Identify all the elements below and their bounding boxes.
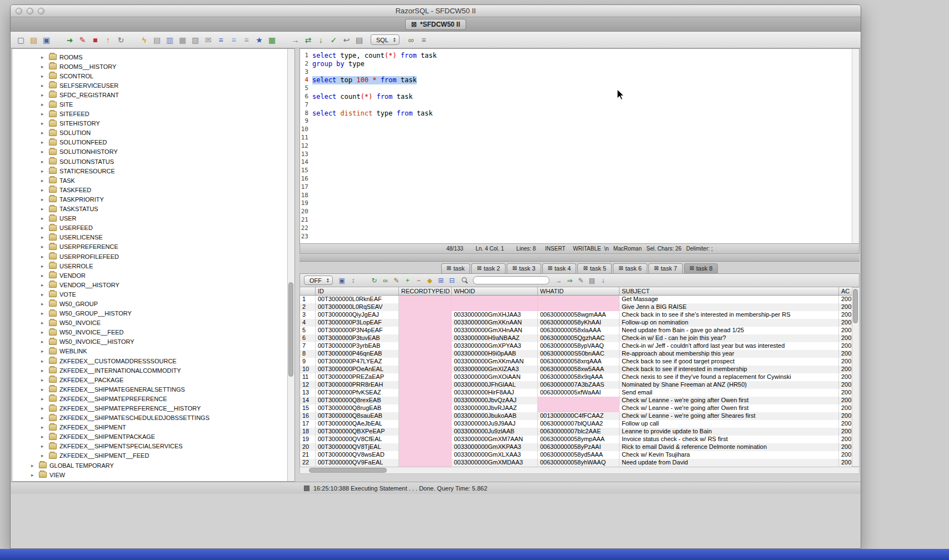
tree-item[interactable]: ▸SFDC_REGISTRANT	[12, 90, 287, 99]
table-cell[interactable]: 0033000000H9i0pAAB	[452, 350, 538, 358]
table-cell[interactable]	[399, 327, 452, 334]
tree-item[interactable]: ▸USERPROFILEFEED	[12, 252, 287, 261]
table-cell[interactable]: Get Massage	[620, 296, 839, 303]
table-cell[interactable]: 006300000058xrqAAA	[538, 358, 620, 366]
table-cell[interactable]: 0033000000GmXM7AAN	[452, 436, 538, 443]
table-cell[interactable]: 200	[839, 436, 852, 443]
row-number-cell[interactable]: 14	[300, 397, 316, 404]
table-cell[interactable]	[399, 451, 452, 459]
tree-item[interactable]: ▸ROOMS	[12, 52, 287, 62]
table-cell[interactable]: 00T3000000Q8rugEAB	[316, 404, 399, 412]
tree-item[interactable]: ▸SCONTROL	[12, 71, 287, 81]
disclosure-triangle-icon[interactable]: ▸	[41, 159, 46, 164]
insert-row-icon[interactable]: +	[403, 276, 412, 285]
disclosure-triangle-icon[interactable]: ▸	[41, 406, 46, 411]
row-limit-select[interactable]: OFF ▲▼	[304, 276, 333, 285]
row-number-cell[interactable]: 5	[300, 327, 316, 334]
row-number-cell[interactable]: 2	[300, 303, 316, 311]
table-cell[interactable]	[399, 334, 452, 342]
tree-item[interactable]: ▸VIEW	[12, 470, 287, 479]
fetch-more-icon[interactable]: ↓	[598, 276, 608, 285]
disclosure-triangle-icon[interactable]: ▸	[41, 197, 46, 202]
table-cell[interactable]: 0033000000Ju9J9AAJ	[452, 420, 538, 428]
tree-vertical-scrollbar[interactable]	[287, 49, 294, 481]
row-number-cell[interactable]: 7	[300, 342, 316, 350]
compare-arrows-icon[interactable]: ⇄	[303, 34, 313, 45]
row-number-cell[interactable]: 11	[300, 373, 316, 381]
disclosure-triangle-icon[interactable]: ▸	[41, 339, 46, 344]
tree-item[interactable]: ▸VOTE	[12, 289, 287, 299]
results-tab[interactable]: ⊠task 7	[648, 263, 683, 273]
import-tool-icon[interactable]: ▧	[190, 34, 201, 45]
table-row[interactable]: 1900T3000000QV8CfEAL0033000000GmXM7AAN00…	[300, 436, 852, 443]
refresh-results-icon[interactable]: ↻	[369, 276, 379, 285]
close-button[interactable]	[16, 8, 22, 14]
line-text[interactable]: group by type	[312, 60, 364, 68]
table-cell[interactable]: 006300000058yPzAAI	[538, 443, 620, 451]
disclosure-triangle-icon[interactable]: ▸	[31, 463, 36, 468]
connect-database-icon[interactable]: ➜	[64, 34, 75, 45]
disclosure-triangle-icon[interactable]: ▸	[41, 102, 46, 107]
export-tool-icon[interactable]: ▦	[177, 34, 188, 45]
tree-item[interactable]: ▸ZKFEDEX__SHIPMENT__FEED	[12, 451, 287, 461]
table-cell[interactable]: 006300000058ympAAA	[538, 436, 620, 443]
table-cell[interactable]: 00T3000000P3LopEAF	[316, 319, 399, 327]
table-cell[interactable]: 200	[839, 412, 852, 420]
table-cell[interactable]: 00T3000000P3tuvEAB	[316, 334, 399, 342]
format-sql-icon[interactable]: ≡	[216, 34, 226, 45]
tree-item[interactable]: ▸TASKSTATUS	[12, 204, 287, 214]
table-cell[interactable]: Follow-up on nomination	[620, 319, 839, 327]
table-cell[interactable]: 00T3000000QiyJgEAJ	[316, 311, 399, 319]
table-cell[interactable]: 200	[839, 373, 852, 381]
table-cell[interactable]	[452, 303, 538, 311]
table-cell[interactable]: 200	[839, 451, 852, 459]
disclosure-triangle-icon[interactable]: ▸	[41, 225, 46, 231]
table-cell[interactable]: Leanne to provide update to Bain	[620, 428, 839, 436]
sql-editor[interactable]: 1select type, count(*) from task2group b…	[299, 48, 860, 244]
tree-item[interactable]: ▸ZKFEDEX__SHIPMATEGENERALSETTINGS	[12, 384, 287, 394]
tree-item[interactable]: ▸USERPREFERENCE	[12, 242, 287, 252]
row-number-cell[interactable]: 12	[300, 381, 316, 389]
undo-icon[interactable]: ↩	[341, 34, 352, 45]
tree-item[interactable]: ▸USERFEED	[12, 223, 287, 233]
column-header-id[interactable]: ID	[316, 287, 399, 295]
table-cell[interactable]: Send email	[620, 389, 839, 397]
table-cell[interactable]	[538, 397, 620, 404]
fetch-down-icon[interactable]: ↓	[316, 34, 326, 45]
table-cell[interactable]: 200	[839, 459, 852, 467]
results-tab[interactable]: ⊠task 5	[577, 263, 612, 273]
table-cell[interactable]: 0033000000GmXHJAA3	[452, 311, 538, 319]
line-text[interactable]: select distinct type from task	[312, 109, 433, 118]
table-cell[interactable]: 00T3000000L0RknEAF	[316, 296, 399, 303]
disclosure-triangle-icon[interactable]: ▸	[41, 254, 46, 259]
table-cell[interactable]: 200	[839, 381, 852, 389]
disclosure-triangle-icon[interactable]: ▸	[41, 348, 46, 354]
table-cell[interactable]	[399, 311, 452, 319]
validate-check-icon[interactable]: ✓	[328, 34, 339, 45]
row-number-cell[interactable]: 19	[300, 436, 316, 443]
table-cell[interactable]: 200	[839, 296, 852, 303]
tree-item[interactable]: ▸USERROLE	[12, 261, 287, 271]
table-cell[interactable]	[399, 373, 452, 381]
row-number-cell[interactable]: 20	[300, 443, 316, 451]
table-cell[interactable]	[399, 397, 452, 404]
disclosure-triangle-icon[interactable]: ▸	[41, 130, 46, 136]
table-row[interactable]: 900T3000000P47LYEAZ0033000000GmXKmAAN006…	[300, 358, 852, 366]
disclosure-triangle-icon[interactable]: ▸	[41, 368, 46, 373]
row-number-cell[interactable]: 13	[300, 389, 316, 397]
disclosure-triangle-icon[interactable]: ▸	[41, 139, 46, 145]
tree-item[interactable]: ▸ZKFEDEX__INTERNATIONALCOMMODITY	[12, 366, 287, 375]
close-tab-icon[interactable]: ⊠	[447, 266, 451, 271]
zoom-button[interactable]	[38, 8, 44, 14]
tree-item[interactable]: ▸ZKFEDEX__SHIPMENTSPECIALSERVICES	[12, 442, 287, 451]
disclosure-triangle-icon[interactable]: ▸	[41, 377, 46, 383]
execute-sql-icon[interactable]: ϟ	[139, 34, 149, 45]
row-number-cell[interactable]: 21	[300, 451, 316, 459]
table-cell[interactable]: 00630000007blQUAA2	[538, 420, 620, 428]
tree-item[interactable]: ▸SOLUTION	[12, 128, 287, 138]
tree-item[interactable]: ▸VENDOR	[12, 271, 287, 280]
table-scrollbar-thumb[interactable]	[853, 289, 858, 323]
tree-item[interactable]: ▸SITE	[12, 99, 287, 109]
table-cell[interactable]	[538, 404, 620, 412]
paste-grid-icon[interactable]: ⊟	[447, 276, 457, 285]
